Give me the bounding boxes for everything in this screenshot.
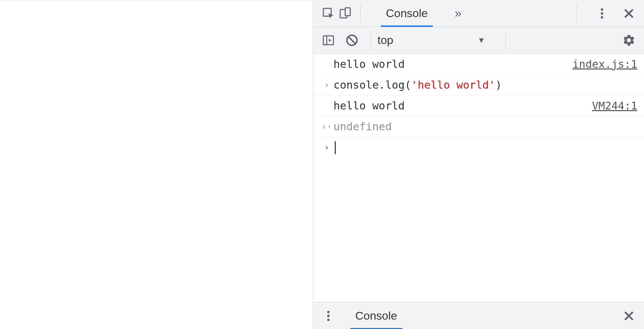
svg-point-11: [327, 315, 329, 317]
devtools-main-toolbar: Console »: [313, 0, 644, 27]
input-marker-icon: ›: [320, 80, 333, 90]
console-input-row: › console.log('hello world'): [313, 75, 644, 95]
svg-point-3: [601, 8, 603, 10]
console-prompt-row[interactable]: ›: [313, 137, 644, 158]
gear-icon: [622, 34, 636, 47]
console-toolbar: top ▼: [313, 27, 644, 54]
result-marker-icon: ‹·: [320, 122, 333, 132]
drawer-right: [620, 308, 637, 324]
tab-console[interactable]: Console: [377, 0, 436, 27]
chevron-double-right-icon: »: [455, 6, 461, 20]
console-input-field[interactable]: [333, 141, 637, 154]
console-result-row: ‹· undefined: [313, 116, 644, 137]
clear-console-button[interactable]: [344, 32, 360, 49]
device-toolbar-button[interactable]: [337, 5, 354, 22]
code-token: ): [495, 79, 502, 91]
execution-context-selector[interactable]: top ▼: [370, 30, 492, 50]
page-content-area: [0, 0, 313, 329]
svg-line-9: [348, 37, 356, 44]
drawer-menu-button[interactable]: [320, 308, 337, 324]
toolbar-divider: [576, 5, 577, 22]
no-symbol-icon: [345, 34, 359, 47]
more-tabs-button[interactable]: »: [450, 5, 467, 22]
tab-label: Console: [386, 7, 428, 20]
close-devtools-button[interactable]: [620, 5, 637, 22]
devtools-panel: Console »: [313, 0, 644, 329]
console-settings-button[interactable]: [620, 32, 637, 49]
input-code: console.log('hello world'): [333, 79, 637, 91]
code-token: console.log(: [333, 79, 411, 91]
message-source-link[interactable]: index.js:1: [572, 58, 637, 70]
svg-point-12: [327, 319, 329, 321]
inspect-element-button[interactable]: [320, 5, 337, 22]
log-message-text: hello world: [333, 99, 592, 112]
sub-toolbar-right: [620, 32, 637, 49]
code-string-token: 'hello world': [411, 79, 495, 91]
svg-point-4: [601, 12, 603, 14]
more-vert-icon: [595, 7, 609, 20]
close-icon: [622, 7, 636, 20]
devtools-menu-button[interactable]: [594, 5, 610, 22]
svg-rect-2: [345, 8, 350, 15]
text-cursor: [335, 141, 336, 154]
close-icon: [622, 309, 636, 323]
context-label: top: [377, 34, 393, 47]
tab-strip: Console »: [377, 0, 467, 27]
svg-point-5: [601, 16, 603, 18]
console-log-row: hello world index.js:1: [313, 54, 644, 75]
console-log-row: hello world VM244:1: [313, 95, 644, 116]
toolbar-right-group: [570, 5, 637, 22]
log-message-text: hello world: [333, 58, 572, 70]
toolbar-divider: [506, 32, 506, 49]
drawer-tab-label: Console: [355, 309, 397, 322]
console-messages[interactable]: hello world index.js:1 › console.log('he…: [313, 54, 644, 302]
toolbar-divider: [360, 5, 361, 22]
devtools-drawer: Console: [313, 302, 644, 329]
prompt-marker-icon: ›: [320, 142, 333, 152]
svg-point-10: [327, 311, 329, 313]
more-vert-icon: [322, 309, 335, 323]
chevron-down-icon: ▼: [477, 36, 485, 45]
close-drawer-button[interactable]: [620, 308, 637, 324]
result-text: undefined: [333, 120, 637, 133]
sidebar-icon: [322, 34, 335, 47]
message-source-link[interactable]: VM244:1: [592, 99, 637, 112]
toggle-sidebar-button[interactable]: [320, 32, 337, 49]
drawer-tab-console[interactable]: Console: [347, 302, 406, 329]
svg-rect-6: [323, 36, 333, 45]
